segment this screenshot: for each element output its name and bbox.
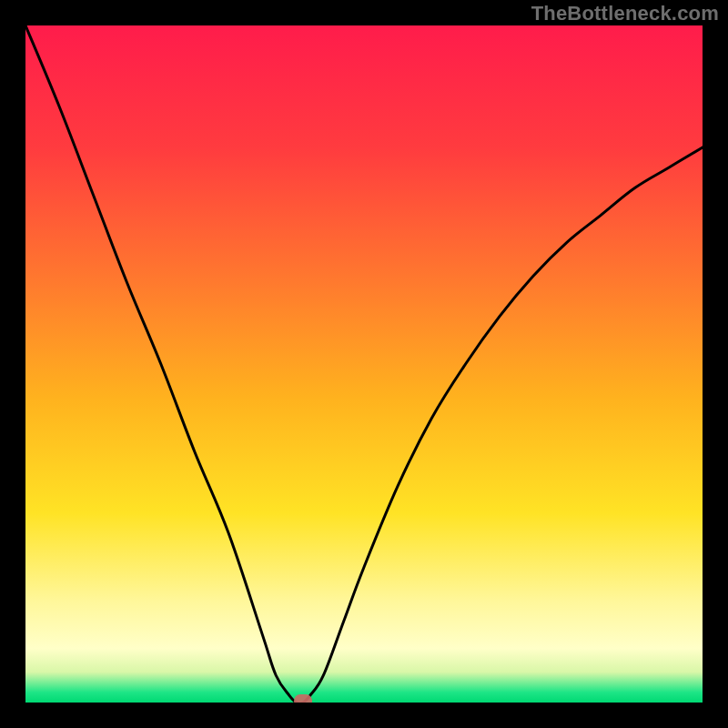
optimal-point-marker xyxy=(294,694,312,703)
chart-frame: TheBottleneck.com xyxy=(0,0,728,728)
chart-background xyxy=(25,25,703,703)
watermark-text: TheBottleneck.com xyxy=(531,2,719,25)
plot-area xyxy=(25,25,703,703)
chart-svg xyxy=(25,25,703,703)
